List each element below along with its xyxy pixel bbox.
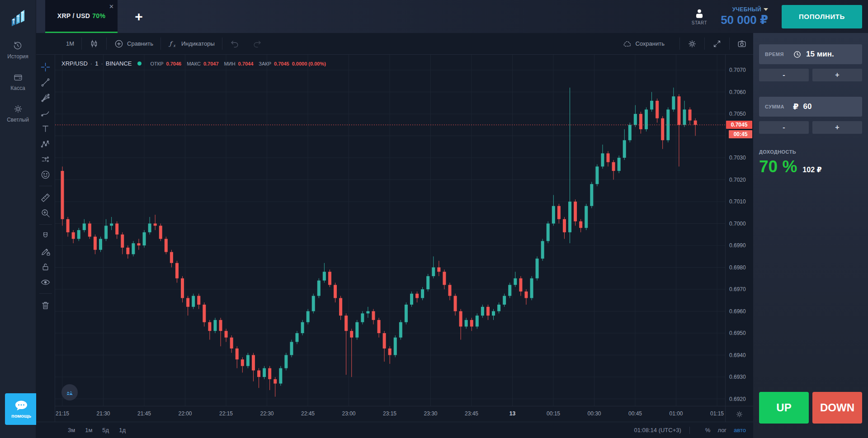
compare-button[interactable]: Сравнить [108,33,160,54]
axis-settings-button[interactable] [725,406,753,422]
trash-icon [40,300,51,311]
tab-payout: 70% [92,12,105,19]
time-axis-label: 22:30 [260,410,274,417]
range-button-1д[interactable]: 1д [119,427,126,433]
user-avatar-icon [693,8,705,19]
time-field[interactable]: ВРЕМЯ 15 мин. [759,44,862,64]
save-layout-button[interactable]: Сохранить [616,33,679,54]
scale-button-лог[interactable]: лог [717,427,726,433]
amount-minus-button[interactable]: - [759,121,809,134]
undo-button[interactable] [223,33,246,54]
emoji-tool[interactable] [39,168,52,181]
ruble-icon: ₽ [793,102,799,112]
add-tab-button[interactable]: + [131,9,146,24]
snapshot-button[interactable] [731,33,753,54]
range-button-5д[interactable]: 5д [102,427,109,433]
sidebar-item-history[interactable]: История [7,41,28,60]
payout-percent: 70 % [759,157,797,176]
fan-icon [40,93,51,103]
brush-icon [40,108,51,118]
text-tool[interactable] [39,122,52,135]
pane-maximize-button[interactable] [61,384,78,400]
redo-button[interactable] [246,33,269,54]
candlestick-chart [55,55,725,406]
fullscreen-icon [712,39,722,49]
time-axis-label: 22:00 [178,410,192,417]
price-axis-label: 0.6990 [729,242,746,249]
app-logo-icon[interactable] [9,7,27,28]
start-label: START [692,20,707,25]
pattern-tool[interactable] [39,137,52,151]
clock-icon [793,50,802,59]
remove-all-drawings-button[interactable] [39,298,52,312]
expiry-countdown-badge: 00:45 [729,130,752,138]
deposit-button[interactable]: ПОПОЛНИТЬ [782,5,862,28]
time-axis-label: 23:30 [424,410,437,417]
time-minus-button[interactable]: - [759,69,809,81]
trend-line-tool[interactable] [39,75,52,89]
time-axis-label: 23:45 [465,410,478,417]
lock-all-drawings-button[interactable] [39,260,52,273]
down-button[interactable]: DOWN [812,392,862,424]
time-axis[interactable]: 21:1521:3021:4522:0022:1522:3022:4523:00… [55,406,725,422]
chart-style-button[interactable] [83,33,105,54]
price-axis-label: 0.6980 [729,264,746,271]
indicators-button[interactable]: ƒxИндикаторы [162,33,221,54]
fx-icon: ƒx [168,39,178,49]
brush-tool[interactable] [39,106,52,120]
price-axis[interactable]: 0.70700.70600.70500.70400.70300.70200.70… [725,55,753,406]
history-icon [13,41,23,51]
legend-exchange: BINANCE [106,60,132,67]
chart-settings-button[interactable] [681,33,703,54]
account-balance-selector[interactable]: УЧЕБНЫЙ 50 000 ₽ [721,6,768,27]
ruler-icon [40,193,51,203]
topbar-right: START УЧЕБНЫЙ 50 000 ₽ ПОПОЛНИТЬ [692,0,862,33]
chart-canvas[interactable]: XRP/USD · 1 · BINANCE ОТКР0.7046 МАКС0.7… [55,55,725,406]
tab-symbol: XRP / USD70% [57,12,105,19]
amount-plus-button[interactable]: + [812,121,862,134]
scale-button-авто[interactable]: авто [734,427,746,433]
magnet-icon [40,231,51,241]
magnet-mode-button[interactable] [39,229,52,243]
hide-all-drawings-button[interactable] [39,275,52,289]
price-axis-label: 0.6920 [729,396,746,402]
legend-interval: 1 [95,60,98,67]
stay-in-drawing-mode-button[interactable] [39,245,52,258]
sidebar-item-theme[interactable]: Светлый [7,104,29,123]
prediction-tool[interactable] [39,152,52,166]
emoji-icon [40,170,51,180]
eye-icon [40,277,51,287]
cloud-icon [622,39,632,49]
price-axis-label: 0.7010 [729,198,746,205]
fullscreen-button[interactable] [706,33,728,54]
time-plus-button[interactable]: + [812,69,862,81]
tab-close-icon[interactable]: ✕ [109,4,114,9]
redo-icon [252,39,262,49]
trade-panel: ВРЕМЯ 15 мин. - + СУММА ₽ 60 - + ДОХОДНО… [753,33,868,438]
chart-region: 1М Сравнить ƒxИндикаторы Сохранить XRP/U… [36,33,753,438]
range-button-3м[interactable]: 3м [68,427,75,433]
legend-low: 0.7044 [238,61,254,66]
crosshair-tool[interactable] [39,60,52,74]
sidebar-item-cashier[interactable]: Касса [10,72,25,91]
help-button[interactable]: помощь [5,393,38,425]
lockOpen-icon [40,262,51,272]
amount-field[interactable]: СУММА ₽ 60 [759,97,862,117]
chevron-down-icon [764,8,768,11]
time-axis-label: 23:15 [383,410,396,417]
scale-button-%[interactable]: % [705,427,711,433]
topbar: XRP / USD70% ✕ + START УЧЕБНЫЙ 50 000 ₽ … [36,0,868,33]
sidebar-item-label: История [7,53,28,60]
trendline-icon [40,77,51,88]
range-button-1м[interactable]: 1м [85,427,92,433]
time-axis-label: 01:15 [710,410,724,417]
zoom-in-tool[interactable] [39,206,52,220]
interval-button[interactable]: 1М [60,33,80,54]
up-button[interactable]: UP [759,392,809,424]
start-profile-button[interactable]: START [692,8,707,25]
tab-xrp-usd[interactable]: XRP / USD70% ✕ [45,0,118,33]
clock-utc[interactable]: 01:08:14 (UTC+3) [634,427,681,433]
legend-change: 0.0000 (0.00%) [292,61,326,66]
gann-fib-tool[interactable] [39,91,52,104]
measure-tool[interactable] [39,191,52,204]
